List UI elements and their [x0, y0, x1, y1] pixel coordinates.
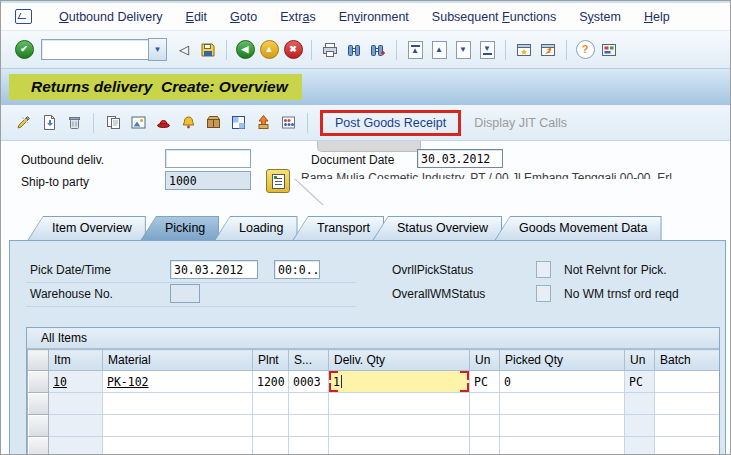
print-icon[interactable]	[319, 39, 341, 61]
collapse-icon[interactable]: ◁	[173, 39, 195, 61]
post-goods-receipt-button[interactable]: Post Goods Receipt	[320, 110, 461, 136]
back-icon[interactable]: ◀	[234, 39, 256, 61]
menu-subsequent-functions[interactable]: Subsequent Functions	[432, 10, 556, 24]
overall-wm-status-label: OverallWMStatus	[392, 287, 485, 301]
menu-extras[interactable]: Extras	[280, 10, 315, 24]
ovrll-pick-status-label: OvrllPickStatus	[392, 263, 473, 277]
next-page-icon[interactable]: ▼	[452, 39, 474, 61]
copy-icon[interactable]	[102, 112, 124, 134]
application-toolbar: Post Goods Receipt Display JIT Calls	[1, 105, 731, 141]
header-details-icon[interactable]	[152, 112, 174, 134]
ovrll-pick-status-text: Not Relvnt for Pick.	[564, 263, 667, 277]
page-title: Returns delivery Create: Overview	[31, 78, 288, 96]
customize-local-layout-icon[interactable]	[598, 39, 620, 61]
sap-window: Outbound Delivery Edit Goto Extras Envir…	[0, 0, 731, 455]
pick-date-field[interactable]: 30.03.2012	[170, 260, 258, 279]
cell-storage-loc[interactable]: 0003	[289, 371, 329, 393]
help-icon[interactable]: ?	[574, 39, 596, 61]
save-icon[interactable]	[197, 39, 219, 61]
cell-material[interactable]: PK-102	[103, 371, 253, 393]
menu-help[interactable]: Help	[644, 10, 670, 24]
pick-time-field[interactable]: 00:0..	[274, 260, 320, 279]
outbound-delivery-label: Outbound deliv.	[21, 153, 104, 167]
last-page-icon[interactable]: ▼	[476, 39, 498, 61]
col-un2[interactable]: Un	[625, 350, 655, 371]
items-table: Itm Material Plnt S... Deliv. Qty Un Pic…	[27, 349, 720, 455]
col-itm[interactable]: Itm	[49, 350, 103, 371]
col-deliv-qty[interactable]: Deliv. Qty	[329, 350, 470, 371]
command-dropdown-icon[interactable]: ▼	[148, 38, 167, 61]
document-date-label: Document Date	[311, 153, 394, 167]
grid-title: All Items	[27, 328, 719, 349]
menu-environment[interactable]: Environment	[339, 10, 409, 24]
table-row	[28, 437, 721, 455]
command-input[interactable]	[41, 39, 148, 60]
cell-un1[interactable]: PC	[470, 371, 500, 393]
cell-plnt[interactable]: 1200	[253, 371, 289, 393]
row-selector[interactable]	[28, 371, 49, 393]
menu-bar: Outbound Delivery Edit Goto Extras Envir…	[1, 1, 731, 31]
display-item-icon[interactable]	[127, 112, 149, 134]
row-selector[interactable]	[28, 415, 49, 437]
row-selector[interactable]	[28, 437, 49, 455]
command-field[interactable]: ▼	[41, 38, 167, 61]
col-batch[interactable]: Batch	[655, 350, 721, 371]
warehouse-no-label: Warehouse No.	[30, 287, 113, 301]
tab-picking[interactable]: Picking	[140, 216, 219, 241]
address-cover-wedge	[296, 179, 731, 205]
delete-icon[interactable]	[63, 112, 85, 134]
pack-icon[interactable]	[202, 112, 224, 134]
document-date-field[interactable]: 30.03.2012	[417, 149, 503, 168]
find-next-icon[interactable]	[367, 39, 389, 61]
tab-strip: Item Overview Picking Loading Transport …	[9, 216, 726, 241]
texts-icon[interactable]	[266, 169, 290, 193]
cell-deliv-qty[interactable]: 1	[329, 371, 470, 393]
menu-goto[interactable]: Goto	[230, 10, 257, 24]
first-page-icon[interactable]: ▲	[404, 39, 426, 61]
tab-item-overview[interactable]: Item Overview	[27, 216, 146, 241]
title-bar: Returns delivery Create: Overview	[1, 69, 731, 105]
previous-page-icon[interactable]: ▲	[428, 39, 450, 61]
display-jit-calls-button[interactable]: Display JIT Calls	[464, 113, 577, 133]
col-material[interactable]: Material	[103, 350, 253, 371]
enter-icon[interactable]: ✔	[13, 39, 35, 61]
delivery-alarm-icon[interactable]	[177, 112, 199, 134]
cell-batch[interactable]	[655, 371, 721, 393]
menu-outbound-delivery[interactable]: Outbound Delivery	[59, 10, 163, 24]
menu-edit[interactable]: Edit	[186, 10, 208, 24]
col-un1[interactable]: Un	[470, 350, 500, 371]
row-selector[interactable]	[28, 393, 49, 415]
batch-split-icon[interactable]	[227, 112, 249, 134]
cancel-icon[interactable]: ✖	[282, 39, 304, 61]
tab-status-overview[interactable]: Status Overview	[372, 216, 502, 241]
display-document-icon[interactable]	[38, 112, 60, 134]
menu-system[interactable]: System	[579, 10, 621, 24]
cell-un2[interactable]: PC	[625, 371, 655, 393]
outbound-delivery-field[interactable]	[165, 149, 251, 168]
pick-date-time-label: Pick Date/Time	[30, 263, 111, 277]
tab-loading[interactable]: Loading	[214, 216, 298, 241]
items-grid: All Items Itm Material Plnt S... Deliv. …	[26, 327, 720, 455]
create-shortcut-icon[interactable]	[537, 39, 559, 61]
cell-picked-qty[interactable]: 0	[500, 371, 625, 393]
col-storage-loc[interactable]: S...	[289, 350, 329, 371]
change-icon[interactable]	[13, 112, 35, 134]
exit-icon[interactable]: ▲	[258, 39, 280, 61]
col-picked-qty[interactable]: Picked Qty	[500, 350, 625, 371]
calculation-icon[interactable]	[277, 112, 299, 134]
tab-goods-movement-data[interactable]: Goods Movement Data	[494, 216, 662, 241]
warehouse-no-field[interactable]	[170, 284, 200, 303]
divider	[26, 306, 356, 307]
post-goods-movement-icon[interactable]	[252, 112, 274, 134]
tab-transport[interactable]: Transport	[292, 216, 384, 241]
find-icon[interactable]	[343, 39, 365, 61]
ship-to-party-field[interactable]: 1000	[165, 171, 251, 190]
system-menu-icon[interactable]	[15, 9, 32, 24]
table-row: 10 PK-102 1200 0003 1 PC 0 PC	[28, 371, 721, 393]
new-session-icon[interactable]	[513, 39, 535, 61]
select-all-header[interactable]	[28, 350, 49, 371]
divider	[26, 282, 356, 283]
cell-itm[interactable]: 10	[49, 371, 103, 393]
col-plnt[interactable]: Plnt	[253, 350, 289, 371]
ovrll-pick-status-field	[536, 261, 551, 278]
